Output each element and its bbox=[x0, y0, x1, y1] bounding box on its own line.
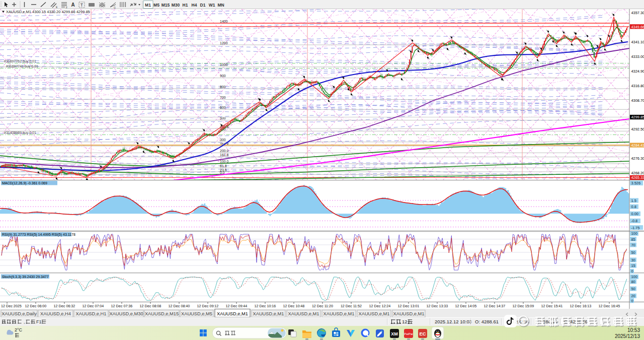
svg-text:85: 85 bbox=[631, 237, 635, 242]
svg-text:W1: W1 bbox=[209, 3, 215, 8]
svg-text:12 Dec 16:45: 12 Dec 16:45 bbox=[599, 304, 620, 308]
svg-text:600: 600 bbox=[220, 106, 226, 109]
svg-text:12 Dec 14:05: 12 Dec 14:05 bbox=[455, 304, 477, 308]
svg-text:50: 50 bbox=[631, 250, 635, 255]
svg-text:12 Dec 16:13: 12 Dec 16:13 bbox=[570, 304, 592, 308]
svg-text:4316.80: 4316.80 bbox=[631, 84, 644, 88]
svg-text:12 Dec 11:52: 12 Dec 11:52 bbox=[341, 304, 362, 308]
svg-text:0: 0 bbox=[631, 269, 633, 274]
svg-text:XAUUSD,e,M30: XAUUSD,e,M30 bbox=[109, 311, 143, 316]
svg-text:0.8: 0.8 bbox=[631, 205, 636, 209]
svg-text:XAUUSD,e,Daily: XAUUSD,e,Daily bbox=[2, 311, 37, 316]
svg-text:12 Dec 12:24: 12 Dec 12:24 bbox=[369, 304, 391, 308]
svg-text:30: 30 bbox=[631, 258, 635, 262]
svg-text:12 Dec 07:36: 12 Dec 07:36 bbox=[111, 304, 133, 308]
svg-text:G: G bbox=[114, 6, 116, 9]
svg-text:C: 4286.76: C: 4286.76 bbox=[564, 319, 587, 324]
svg-text:12 Dec 13:33: 12 Dec 13:33 bbox=[427, 304, 448, 308]
svg-text:161.8: 161.8 bbox=[220, 153, 229, 157]
svg-text:4284.41: 4284.41 bbox=[631, 143, 644, 148]
svg-text:50: 50 bbox=[631, 287, 635, 291]
svg-text:EC: EC bbox=[419, 331, 426, 336]
svg-text:12 Dec 09:44: 12 Dec 09:44 bbox=[226, 304, 248, 308]
svg-text:-0.8: -0.8 bbox=[631, 219, 638, 223]
svg-text:F1: F1 bbox=[36, 319, 42, 324]
svg-text:12 Dec 14:37: 12 Dec 14:37 bbox=[484, 304, 506, 308]
svg-text:M5: M5 bbox=[153, 3, 159, 8]
svg-text:RSI(9) 31.2773 RSI(5) 14.4995: RSI(9) 31.2773 RSI(5) 14.4995 RSI(5) 43.… bbox=[2, 233, 75, 237]
svg-text:M15: M15 bbox=[162, 3, 170, 8]
svg-text:0.00: 0.00 bbox=[631, 212, 638, 216]
svg-text:A: A bbox=[71, 2, 75, 8]
svg-text:900: 900 bbox=[220, 74, 226, 78]
svg-text:PaiPai: PaiPai bbox=[404, 332, 413, 335]
svg-text:,: , bbox=[24, 319, 25, 324]
svg-text:10:53: 10:53 bbox=[627, 327, 640, 333]
svg-text:12 Dec 15:09: 12 Dec 15:09 bbox=[513, 304, 534, 308]
svg-text:61.8: 61.8 bbox=[220, 164, 227, 168]
svg-text:XAUUSD,e,M1 4300.15 4330.20 4: XAUUSD,e,M1 4300.15 4330.20 4299.66 4299… bbox=[6, 10, 90, 14]
svg-text:MACD(12,26,9) -0.361 0.069: MACD(12,26,9) -0.361 0.069 bbox=[2, 181, 47, 185]
svg-text:L: 4286.46: L: 4286.46 bbox=[535, 319, 557, 324]
svg-text:H: 4290.86: H: 4290.86 bbox=[506, 319, 529, 324]
svg-text:XAUUSD,e,H4: XAUUSD,e,H4 bbox=[40, 311, 71, 316]
svg-text:4333.00: 4333.00 bbox=[631, 54, 644, 59]
svg-text:12 Dec 06:32: 12 Dec 06:32 bbox=[54, 304, 75, 308]
svg-text:4299.85: 4299.85 bbox=[631, 115, 644, 119]
svg-text:1400: 1400 bbox=[220, 20, 228, 23]
svg-text:XAUUSD,e,M1: XAUUSD,e,M1 bbox=[253, 311, 284, 316]
svg-text:2°C: 2°C bbox=[15, 327, 23, 332]
svg-text:0.0: 0.0 bbox=[220, 171, 225, 174]
svg-text:#31697762 buy 0.01: #31697762 buy 0.01 bbox=[4, 59, 36, 63]
svg-text:12 Dec 07:04: 12 Dec 07:04 bbox=[83, 304, 104, 308]
svg-text:12 Dec 15:41: 12 Dec 15:41 bbox=[541, 304, 563, 308]
svg-text:XAUUSD,e,M1: XAUUSD,e,M1 bbox=[359, 311, 390, 316]
svg-text:70: 70 bbox=[631, 243, 635, 247]
svg-text:12 Dec 09:12: 12 Dec 09:12 bbox=[197, 304, 219, 308]
svg-text:4308.70: 4308.70 bbox=[631, 98, 644, 103]
svg-text:H4: H4 bbox=[192, 3, 197, 8]
svg-text:M30: M30 bbox=[172, 3, 180, 8]
svg-text:700: 700 bbox=[220, 96, 226, 99]
svg-text:80: 80 bbox=[631, 280, 635, 284]
svg-text:4324.90: 4324.90 bbox=[631, 69, 644, 74]
svg-text:D1: D1 bbox=[200, 3, 206, 8]
svg-text:1.5: 1.5 bbox=[631, 198, 636, 203]
svg-text:XAUUSD,e,M1: XAUUSD,e,M1 bbox=[393, 311, 425, 316]
svg-text:XAUUSD,e,H1: XAUUSD,e,H1 bbox=[76, 311, 107, 316]
svg-text:800: 800 bbox=[220, 85, 226, 89]
svg-text:2025.12.12 10:03: 2025.12.12 10:03 bbox=[435, 319, 472, 324]
svg-text:300: 300 bbox=[220, 138, 226, 142]
svg-text:12 Dec 10:48: 12 Dec 10:48 bbox=[283, 304, 305, 308]
svg-text:12 Dec 11:20: 12 Dec 11:20 bbox=[312, 304, 333, 308]
svg-text:XAUUSD,e,M5: XAUUSD,e,M5 bbox=[181, 311, 212, 316]
svg-text:200.0: 200.0 bbox=[220, 149, 229, 153]
svg-text:H1: H1 bbox=[183, 3, 188, 8]
svg-text:1000: 1000 bbox=[220, 63, 228, 66]
svg-text:2025/12/13: 2025/12/13 bbox=[615, 333, 640, 339]
svg-text:15: 15 bbox=[631, 263, 635, 268]
svg-text:20: 20 bbox=[631, 294, 635, 298]
svg-text:12 Dec 06:00: 12 Dec 06:00 bbox=[25, 304, 47, 308]
svg-text:-1.75: -1.75 bbox=[631, 226, 640, 230]
svg-text:4268.20: 4268.20 bbox=[631, 171, 644, 175]
svg-text:XAUUSD,e,M1: XAUUSD,e,M1 bbox=[288, 311, 319, 316]
svg-text:XAUUSD,e,M15: XAUUSD,e,M15 bbox=[145, 311, 179, 316]
svg-text:4341.10: 4341.10 bbox=[631, 40, 644, 44]
svg-text:4265.33: 4265.33 bbox=[631, 175, 644, 180]
svg-text:F: F bbox=[66, 6, 67, 9]
svg-text:MN: MN bbox=[217, 3, 224, 8]
svg-text:XM: XM bbox=[391, 331, 398, 336]
svg-text:12 Dec 13:01: 12 Dec 13:01 bbox=[398, 304, 420, 308]
svg-text:M1: M1 bbox=[145, 3, 151, 8]
svg-text:XAUUSD,e,M1: XAUUSD,e,M1 bbox=[217, 311, 248, 316]
svg-text:100: 100 bbox=[631, 275, 637, 279]
svg-text:O: 4288.61: O: 4288.61 bbox=[475, 319, 499, 324]
svg-text:T: T bbox=[80, 3, 83, 8]
svg-text:0: 0 bbox=[631, 299, 633, 303]
svg-text:12 Dec 2025: 12 Dec 2025 bbox=[1, 304, 22, 308]
svg-text:12 Dec 08:08: 12 Dec 08:08 bbox=[140, 304, 162, 308]
svg-text:4292.50: 4292.50 bbox=[631, 127, 644, 131]
svg-text:4357.30: 4357.30 bbox=[631, 11, 644, 15]
svg-text:12 Dec 10:16: 12 Dec 10:16 bbox=[255, 304, 276, 308]
